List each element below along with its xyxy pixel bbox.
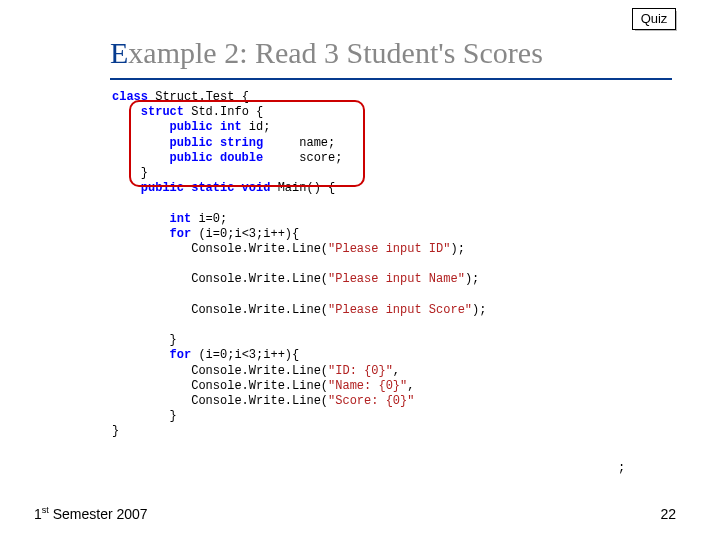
page-number: 22 (660, 506, 676, 522)
code-text: name; (263, 136, 335, 150)
code-text: ); (450, 242, 464, 256)
keyword: for (112, 227, 191, 241)
code-text: ); (472, 303, 486, 317)
slide-title: Example 2: Read 3 Student's Scores (110, 36, 543, 70)
code-text: } (112, 409, 177, 423)
code-text: } (112, 166, 148, 180)
code-text: Console.Write.Line( (112, 379, 328, 393)
code-text: (i=0;i<3;i++){ (191, 227, 299, 241)
code-text: , (407, 379, 414, 393)
code-text: Console.Write.Line( (112, 394, 328, 408)
quiz-label: Quiz (632, 8, 676, 30)
footer-text: Semester 2007 (49, 506, 148, 522)
title-underline (110, 78, 672, 80)
code-block: class Struct.Test { struct Std.Info { pu… (112, 90, 682, 440)
stray-semicolon: ; (618, 461, 625, 475)
keyword: class (112, 90, 148, 104)
string-literal: "Please input Name" (328, 272, 465, 286)
code-text: Main() { (270, 181, 335, 195)
code-text: , (393, 364, 400, 378)
string-literal: "Please input ID" (328, 242, 450, 256)
string-literal: "Name: {0}" (328, 379, 407, 393)
quiz-badge: Quiz (632, 8, 676, 30)
keyword: public int (112, 120, 242, 134)
code-text: id; (242, 120, 271, 134)
code-text: Console.Write.Line( (112, 303, 328, 317)
footer-num: 1 (34, 506, 42, 522)
title-dropcap: E (110, 36, 128, 69)
code-text: } (112, 333, 177, 347)
keyword: public string (112, 136, 263, 150)
footer-ordinal: st (42, 505, 49, 515)
code-text: Std.Info { (184, 105, 263, 119)
code-text: Struct.Test { (148, 90, 249, 104)
keyword: struct (112, 105, 184, 119)
keyword: public double (112, 151, 263, 165)
code-text: score; (263, 151, 342, 165)
code-text: (i=0;i<3;i++){ (191, 348, 299, 362)
keyword: int (112, 212, 191, 226)
code-text: Console.Write.Line( (112, 242, 328, 256)
code-text: Console.Write.Line( (112, 272, 328, 286)
code-text: ); (465, 272, 479, 286)
footer-semester: 1st Semester 2007 (34, 505, 148, 522)
code-text: Console.Write.Line( (112, 364, 328, 378)
string-literal: "ID: {0}" (328, 364, 393, 378)
title-rest: xample 2: Read 3 Student's Scores (128, 36, 543, 69)
code-text: i=0; (191, 212, 227, 226)
code-text: } (112, 424, 119, 438)
keyword: for (112, 348, 191, 362)
string-literal: "Please input Score" (328, 303, 472, 317)
string-literal: "Score: {0}" (328, 394, 414, 408)
keyword: public static void (112, 181, 270, 195)
